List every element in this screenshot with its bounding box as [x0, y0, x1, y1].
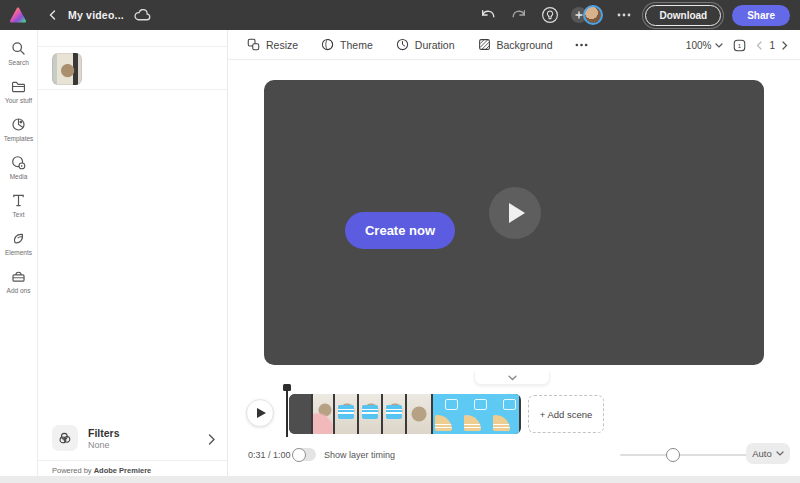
duration-button[interactable]: Duration — [395, 37, 455, 52]
resize-icon — [246, 37, 261, 52]
timeline-strip[interactable] — [289, 394, 521, 434]
timeline-play-button[interactable] — [246, 399, 274, 427]
layer-timing-label: Show layer timing — [324, 450, 395, 460]
back-button[interactable] — [48, 10, 58, 20]
elements-icon — [10, 230, 27, 247]
window-bottom-edge — [0, 476, 800, 483]
filters-title: Filters — [88, 427, 120, 439]
folder-icon — [10, 78, 27, 95]
pages-view-icon[interactable]: 1 — [732, 38, 747, 53]
user-avatar[interactable] — [583, 5, 603, 25]
chevron-down-icon — [776, 451, 784, 456]
document-title[interactable]: My video... — [68, 9, 124, 21]
resize-button[interactable]: Resize — [246, 37, 298, 52]
rail-item-search[interactable]: Search — [0, 40, 38, 78]
chevron-down-icon — [715, 43, 723, 48]
timeline-segment[interactable] — [289, 394, 311, 434]
topbar-right: Download Share — [478, 5, 792, 26]
text-icon — [10, 192, 27, 209]
rail-item-elements[interactable]: Elements — [0, 230, 38, 268]
panel-divider — [38, 460, 227, 461]
preview-play-button[interactable] — [489, 187, 541, 239]
panel-divider — [38, 46, 227, 47]
scenes-panel: Filters None Powered by Adobe Premiere — [38, 30, 228, 476]
background-button[interactable]: Background — [477, 37, 553, 52]
download-button[interactable]: Download — [645, 5, 721, 26]
scene-card-motif — [462, 394, 490, 434]
rail-item-add-ons[interactable]: Add ons — [0, 268, 38, 306]
toolbar-more-icon[interactable] — [575, 43, 588, 47]
media-icon — [10, 154, 27, 171]
undo-icon[interactable] — [478, 5, 498, 25]
left-rail: Search Your stuff Templates Media Text E… — [0, 30, 38, 476]
view-controls: 100% 1 1 — [686, 30, 788, 60]
rail-item-media[interactable]: Media — [0, 154, 38, 192]
adobe-express-logo-icon[interactable] — [8, 6, 28, 24]
share-button[interactable]: Share — [732, 5, 790, 26]
add-scene-button[interactable]: + Add scene — [528, 395, 604, 433]
suggestions-lightbulb-icon[interactable] — [540, 5, 560, 25]
current-page-number: 1 — [769, 40, 775, 51]
caption-card — [362, 405, 378, 419]
caption-card — [338, 405, 354, 419]
filters-icon — [52, 425, 78, 451]
powered-by-label: Powered by Adobe Premiere — [52, 466, 151, 475]
templates-icon — [10, 116, 27, 133]
filters-row[interactable]: Filters None — [38, 425, 227, 453]
timeline-segment[interactable] — [433, 394, 519, 434]
page-navigation: 1 — [756, 40, 788, 51]
clock-icon — [395, 37, 410, 52]
rail-item-templates[interactable]: Templates — [0, 116, 38, 154]
slider-knob[interactable] — [666, 448, 680, 462]
redo-icon[interactable] — [509, 5, 529, 25]
timeline-segment[interactable] — [313, 394, 333, 434]
next-page-icon[interactable] — [782, 41, 788, 50]
topbar: My video... Downl — [0, 0, 800, 30]
timeline-collapse-tab[interactable] — [474, 372, 550, 385]
theme-icon — [320, 37, 335, 52]
collaborators — [571, 5, 603, 25]
canvas-toolbar: Resize Theme Duration Background 100% — [228, 30, 800, 60]
timeline-segment[interactable] — [383, 394, 405, 434]
playhead-handle[interactable] — [283, 384, 291, 391]
playhead-line — [286, 391, 288, 437]
play-icon — [257, 408, 266, 418]
timeline-zoom-slider[interactable] — [620, 454, 748, 456]
rail-item-text[interactable]: Text — [0, 192, 38, 230]
zoom-level-dropdown[interactable]: 100% — [686, 40, 724, 51]
play-icon — [509, 203, 525, 223]
scene-card-motif — [433, 394, 461, 434]
cloud-sync-icon[interactable] — [134, 9, 151, 22]
video-canvas[interactable]: Create now — [264, 80, 764, 365]
chevron-down-icon — [508, 375, 517, 381]
chevron-right-icon — [208, 431, 215, 449]
auto-dropdown[interactable]: Auto — [746, 443, 790, 464]
create-now-button[interactable]: Create now — [345, 212, 455, 249]
search-icon — [10, 40, 27, 57]
topbar-left: My video... — [8, 6, 151, 24]
background-icon — [477, 37, 492, 52]
timeline-segment[interactable] — [407, 394, 431, 434]
main-area: Resize Theme Duration Background 100% — [228, 30, 800, 476]
scene-card-motif — [491, 394, 519, 434]
filters-value: None — [88, 440, 110, 450]
previous-page-icon[interactable] — [756, 41, 762, 50]
caption-card — [386, 405, 402, 419]
svg-text:1: 1 — [738, 43, 742, 49]
more-options-icon[interactable] — [614, 5, 634, 25]
add-ons-icon — [10, 268, 27, 285]
toggle-knob — [292, 448, 306, 462]
timeline-segment[interactable] — [335, 394, 357, 434]
panel-divider — [38, 89, 227, 90]
playback-time: 0:31 / 1:00 — [248, 450, 291, 460]
theme-button[interactable]: Theme — [320, 37, 373, 52]
app-root: My video... Downl — [0, 0, 800, 483]
scene-thumbnail[interactable] — [52, 53, 82, 85]
timeline-segment[interactable] — [359, 394, 381, 434]
layer-timing-toggle[interactable] — [292, 448, 316, 461]
rail-item-your-stuff[interactable]: Your stuff — [0, 78, 38, 116]
